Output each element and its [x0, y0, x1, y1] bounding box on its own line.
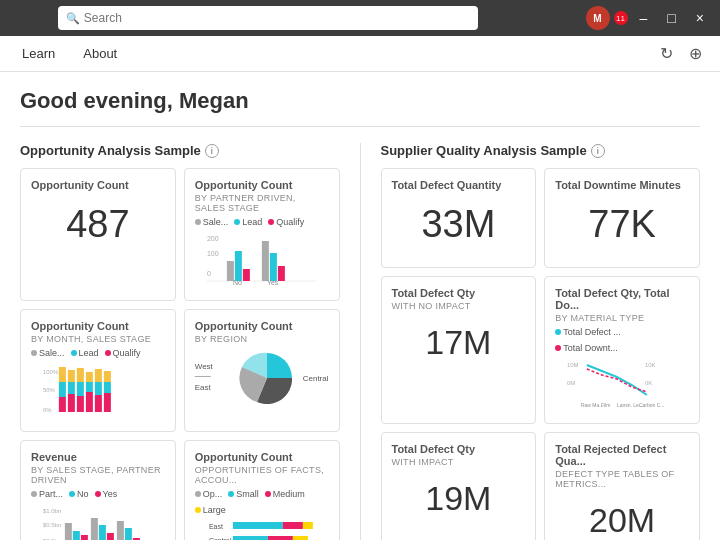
tile-opp-count-title: Opportunity Count	[31, 179, 165, 191]
tile-revenue-subtitle: BY SALES STAGE, PARTNER DRIVEN	[31, 465, 165, 485]
tile-defect-impact-subtitle: WITH IMPACT	[392, 457, 526, 467]
svg-rect-25	[86, 382, 93, 392]
tile-opp-region-title: Opportunity Count	[195, 320, 329, 332]
svg-rect-36	[65, 523, 72, 540]
svg-rect-29	[95, 395, 102, 412]
svg-rect-19	[68, 382, 75, 394]
supplier-info-icon[interactable]: i	[591, 144, 605, 158]
svg-rect-20	[68, 394, 75, 412]
svg-rect-55	[268, 536, 293, 540]
search-input[interactable]	[84, 11, 470, 25]
opportunity-info-icon[interactable]: i	[205, 144, 219, 158]
globe-button[interactable]: ⊕	[687, 42, 704, 65]
svg-rect-6	[243, 269, 250, 281]
maximize-button[interactable]: □	[659, 9, 683, 27]
svg-rect-30	[104, 371, 111, 382]
section-divider	[360, 143, 361, 540]
svg-text:10K: 10K	[645, 362, 656, 368]
svg-rect-24	[86, 372, 93, 382]
tile-defect-material[interactable]: Total Defect Qty, Total Do... BY MATERIA…	[544, 276, 700, 424]
tile-defect-no-impact-title: Total Defect Qty	[392, 287, 526, 299]
tile-opp-partner[interactable]: Opportunity Count BY PARTNER DRIVEN, SAL…	[184, 168, 340, 301]
tile-rejected-defect-value: 20M	[555, 501, 689, 540]
opp-tile-row-2: Opportunity Count BY MONTH, SALES STAGE …	[20, 309, 340, 432]
svg-rect-54	[233, 536, 268, 540]
svg-rect-52	[303, 522, 313, 529]
titlebar-controls: M 11 – □ ×	[586, 6, 712, 30]
svg-rect-15	[59, 367, 66, 382]
greeting-text: Good evening, Megan	[20, 88, 700, 127]
menu-item-learn[interactable]: Learn	[16, 42, 61, 65]
svg-rect-41	[107, 533, 114, 540]
tile-opp-region[interactable]: Opportunity Count BY REGION West —— East	[184, 309, 340, 432]
pie-chart-region	[237, 348, 297, 408]
tile-defect-impact[interactable]: Total Defect Qty WITH IMPACT 19M	[381, 432, 537, 540]
tile-opp-partner-title: Opportunity Count	[195, 179, 329, 191]
opportunity-section-title: Opportunity Analysis Sample i	[20, 143, 340, 158]
opp-tile-row-3: Revenue BY SALES STAGE, PARTNER DRIVEN P…	[20, 440, 340, 540]
horiz-bar-facts: East Central West 0 50	[195, 519, 329, 540]
svg-text:100%: 100%	[43, 369, 59, 375]
avatar[interactable]: M	[586, 6, 610, 30]
tile-defect-no-impact-value: 17M	[392, 323, 526, 362]
svg-rect-5	[235, 251, 242, 281]
tile-opp-facts[interactable]: Opportunity Count OPPORTUNITIES OF FACTS…	[184, 440, 340, 540]
svg-text:Film: Film	[601, 402, 610, 408]
tile-opp-month-subtitle: BY MONTH, SALES STAGE	[31, 334, 165, 344]
svg-rect-7	[262, 241, 269, 281]
supplier-section: Supplier Quality Analysis Sample i Total…	[381, 143, 701, 540]
svg-text:50%: 50%	[43, 387, 56, 393]
tile-defect-material-subtitle: BY MATERIAL TYPE	[555, 313, 689, 323]
svg-rect-27	[95, 369, 102, 382]
tile-total-defect-qty[interactable]: Total Defect Quantity 33M	[381, 168, 537, 268]
minimize-button[interactable]: –	[632, 9, 656, 27]
tile-rejected-defect[interactable]: Total Rejected Defect Qua... DEFECT TYPE…	[544, 432, 700, 540]
tile-total-downtime-title: Total Downtime Minutes	[555, 179, 689, 191]
supplier-section-title: Supplier Quality Analysis Sample i	[381, 143, 701, 158]
opportunity-section: Opportunity Analysis Sample i Opportunit…	[20, 143, 340, 540]
svg-rect-4	[227, 261, 234, 281]
tile-opp-facts-title: Opportunity Count	[195, 451, 329, 463]
opp-tile-row-1: Opportunity Count 487 Opportunity Count …	[20, 168, 340, 301]
refresh-button[interactable]: ↻	[658, 42, 675, 65]
revenue-bar-chart: $1.0bn $0.5bn $0.0bn Lead Qualify	[31, 503, 165, 540]
svg-rect-56	[293, 536, 308, 540]
menubar-icons: ↻ ⊕	[658, 42, 704, 65]
supplier-tile-row-1: Total Defect Quantity 33M Total Downtime…	[381, 168, 701, 268]
svg-rect-8	[270, 253, 277, 281]
svg-rect-31	[104, 382, 111, 393]
close-button[interactable]: ×	[688, 9, 712, 27]
svg-rect-50	[233, 522, 283, 529]
tile-revenue-legend: Part... No Yes	[31, 489, 165, 499]
tile-opp-month[interactable]: Opportunity Count BY MONTH, SALES STAGE …	[20, 309, 176, 432]
svg-rect-39	[91, 518, 98, 540]
svg-text:200: 200	[207, 235, 219, 242]
supplier-tile-row-2: Total Defect Qty WITH NO IMPACT 17M Tota…	[381, 276, 701, 424]
menu-item-about[interactable]: About	[77, 42, 123, 65]
tile-defect-no-impact-subtitle: WITH NO IMPACT	[392, 301, 526, 311]
svg-text:10M: 10M	[567, 362, 579, 368]
svg-text:0K: 0K	[645, 380, 652, 386]
greeting-name: Megan	[179, 88, 249, 113]
search-bar[interactable]: 🔍	[58, 6, 478, 30]
bar-chart-partner: 200 100 0 No Yes	[195, 231, 329, 286]
tile-opp-count[interactable]: Opportunity Count 487	[20, 168, 176, 301]
tile-opp-month-title: Opportunity Count	[31, 320, 165, 332]
tile-opp-partner-legend: Sale... Lead Qualify	[195, 217, 329, 227]
tile-defect-no-impact[interactable]: Total Defect Qty WITH NO IMPACT 17M	[381, 276, 537, 424]
svg-rect-32	[104, 393, 111, 412]
tile-revenue[interactable]: Revenue BY SALES STAGE, PARTNER DRIVEN P…	[20, 440, 176, 540]
svg-rect-28	[95, 382, 102, 395]
tile-total-defect-qty-title: Total Defect Quantity	[392, 179, 526, 191]
tile-total-downtime[interactable]: Total Downtime Minutes 77K	[544, 168, 700, 268]
svg-rect-21	[77, 368, 84, 382]
svg-rect-40	[99, 525, 106, 540]
tile-opp-facts-legend: Op... Small Medium Large	[195, 489, 329, 515]
tile-opp-region-subtitle: BY REGION	[195, 334, 329, 344]
svg-rect-18	[68, 370, 75, 382]
svg-rect-23	[77, 396, 84, 412]
svg-text:No: No	[233, 279, 242, 286]
title-bar: 🔍 M 11 – □ ×	[0, 0, 720, 36]
svg-text:100: 100	[207, 250, 219, 257]
svg-rect-43	[125, 528, 132, 540]
